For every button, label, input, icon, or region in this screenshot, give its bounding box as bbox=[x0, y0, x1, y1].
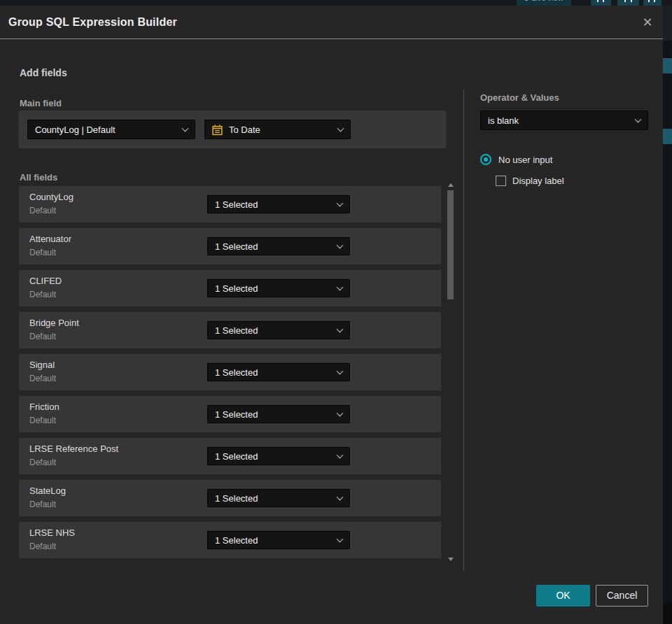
field-name: Friction bbox=[29, 402, 59, 412]
field-row: CLIFEDDefault1 Selected bbox=[19, 270, 441, 306]
field-row: SignalDefault1 Selected bbox=[19, 354, 441, 390]
field-subtitle: Default bbox=[29, 499, 56, 509]
field-name: LRSE Reference Post bbox=[29, 444, 118, 454]
chevron-down-icon bbox=[337, 368, 344, 375]
field-name: StateLog bbox=[29, 485, 66, 496]
field-name: CountyLog bbox=[29, 192, 74, 202]
field-row: CountyLogDefault1 Selected bbox=[19, 186, 441, 222]
selected-values-text: 1 Selected bbox=[215, 325, 258, 336]
field-subtitle: Default bbox=[29, 458, 56, 467]
dialog-title: Group SQL Expression Builder bbox=[8, 6, 177, 39]
selected-values-dropdown[interactable]: 1 Selected bbox=[207, 447, 350, 465]
selected-values-text: 1 Selected bbox=[215, 451, 258, 462]
display-label-checkbox[interactable] bbox=[496, 176, 506, 186]
field-name: Attenuator bbox=[29, 234, 71, 244]
main-field-panel: CountyLog | Default To Date bbox=[19, 111, 446, 148]
field-name: LRSE NHS bbox=[29, 527, 75, 538]
app-side-strip bbox=[663, 6, 672, 624]
group-sql-expression-builder-dialog: Group SQL Expression Builder ✕ Add field… bbox=[0, 6, 663, 624]
add-fields-heading: Add fields bbox=[20, 67, 67, 78]
selected-values-dropdown[interactable]: 1 Selected bbox=[207, 237, 350, 255]
field-subtitle: Default bbox=[29, 332, 56, 341]
scrollbar-thumb[interactable] bbox=[447, 190, 454, 299]
record-dot-icon bbox=[524, 0, 528, 1]
side-accent-block bbox=[663, 129, 672, 144]
main-field-select[interactable]: CountyLog | Default bbox=[27, 120, 195, 139]
field-subtitle: Default bbox=[29, 206, 56, 215]
main-field-label: Main field bbox=[20, 98, 62, 108]
selected-values-text: 1 Selected bbox=[215, 367, 258, 378]
field-row: Bridge PointDefault1 Selected bbox=[19, 312, 441, 348]
value-field-select[interactable]: To Date bbox=[204, 120, 351, 139]
selected-values-dropdown[interactable]: 1 Selected bbox=[207, 363, 350, 381]
scroll-up-icon[interactable] bbox=[448, 183, 454, 187]
field-row: LRSE NHSDefault1 Selected bbox=[19, 522, 441, 558]
selected-values-dropdown[interactable]: 1 Selected bbox=[207, 321, 350, 339]
chevron-down-icon bbox=[337, 536, 344, 543]
chevron-down-icon bbox=[337, 284, 344, 291]
all-fields-label: All fields bbox=[20, 172, 57, 183]
app-toolbar-strip: Live view bbox=[0, 0, 672, 6]
operator-select-value: is blank bbox=[488, 115, 519, 126]
field-name: Bridge Point bbox=[29, 318, 79, 328]
chevron-down-icon bbox=[337, 494, 344, 501]
cancel-button[interactable]: Cancel bbox=[596, 585, 648, 607]
field-row: LRSE Reference PostDefault1 Selected bbox=[19, 438, 441, 474]
value-field-select-value: To Date bbox=[229, 125, 260, 135]
selected-values-text: 1 Selected bbox=[215, 409, 258, 420]
field-row: StateLogDefault1 Selected bbox=[19, 480, 441, 516]
field-name: Signal bbox=[29, 360, 55, 370]
vertical-divider bbox=[463, 90, 464, 571]
field-row: FrictionDefault1 Selected bbox=[19, 396, 441, 432]
calendar-icon bbox=[211, 124, 223, 136]
live-view-button[interactable]: Live view bbox=[517, 0, 571, 6]
operator-values-label: Operator & Values bbox=[480, 92, 559, 103]
display-label-text: Display label bbox=[512, 176, 564, 186]
scroll-down-icon[interactable] bbox=[448, 558, 454, 561]
chevron-down-icon bbox=[635, 116, 642, 123]
field-name: CLIFED bbox=[29, 276, 62, 286]
ok-button[interactable]: OK bbox=[536, 585, 590, 607]
panel-layout-icon[interactable] bbox=[591, 0, 611, 6]
selected-values-dropdown[interactable]: 1 Selected bbox=[207, 531, 350, 549]
chevron-down-icon bbox=[337, 242, 344, 249]
selected-values-dropdown[interactable]: 1 Selected bbox=[207, 195, 350, 213]
no-user-input-label: No user input bbox=[498, 155, 552, 165]
selected-values-text: 1 Selected bbox=[215, 199, 258, 210]
no-user-input-radio[interactable] bbox=[480, 154, 491, 165]
chevron-down-icon bbox=[337, 410, 344, 417]
field-subtitle: Default bbox=[29, 541, 56, 551]
field-subtitle: Default bbox=[29, 374, 56, 383]
main-field-select-value: CountyLog | Default bbox=[35, 125, 115, 135]
selected-values-text: 1 Selected bbox=[215, 493, 258, 504]
selected-values-text: 1 Selected bbox=[215, 241, 258, 252]
chevron-down-icon bbox=[337, 326, 344, 333]
chevron-down-icon bbox=[182, 125, 189, 132]
field-row: AttenuatorDefault1 Selected bbox=[19, 228, 441, 264]
close-icon[interactable]: ✕ bbox=[638, 13, 657, 32]
panel-layout-icon[interactable] bbox=[643, 0, 662, 6]
field-subtitle: Default bbox=[29, 416, 56, 425]
dialog-header: Group SQL Expression Builder ✕ bbox=[0, 6, 663, 39]
side-accent-block bbox=[663, 58, 672, 73]
chevron-down-icon bbox=[337, 452, 344, 459]
selected-values-text: 1 Selected bbox=[215, 535, 258, 546]
selected-values-dropdown[interactable]: 1 Selected bbox=[207, 405, 350, 423]
selected-values-dropdown[interactable]: 1 Selected bbox=[207, 279, 350, 297]
selected-values-dropdown[interactable]: 1 Selected bbox=[207, 489, 350, 507]
operator-select[interactable]: is blank bbox=[480, 111, 648, 130]
field-subtitle: Default bbox=[29, 248, 56, 257]
field-subtitle: Default bbox=[29, 290, 56, 299]
panel-layout-icon[interactable] bbox=[617, 0, 639, 6]
live-view-label: Live view bbox=[531, 0, 563, 2]
chevron-down-icon bbox=[337, 200, 344, 207]
selected-values-text: 1 Selected bbox=[215, 283, 258, 294]
chevron-down-icon bbox=[337, 125, 344, 132]
fields-list: CountyLogDefault1 SelectedAttenuatorDefa… bbox=[19, 186, 441, 564]
